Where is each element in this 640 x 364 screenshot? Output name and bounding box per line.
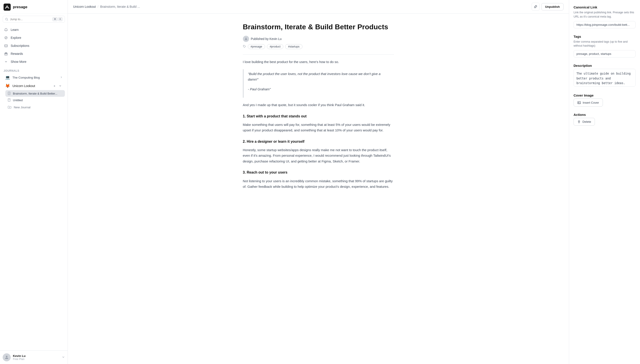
sidebar-item-subscriptions[interactable]: Subscriptions xyxy=(2,42,66,50)
sidebar-item-explore[interactable]: Explore xyxy=(2,34,66,42)
svg-point-10 xyxy=(244,46,244,46)
show-more-label: Show More xyxy=(11,60,27,64)
tags-input[interactable] xyxy=(574,50,635,58)
section1-body: Make something that users will pay for, … xyxy=(243,122,394,133)
sidebar-header: presage xyxy=(0,0,68,14)
author-row: Published by Kevin Lu xyxy=(243,36,394,42)
untitled-label: Untitled xyxy=(13,98,23,102)
blockquote: "Build the product the user loves, not t… xyxy=(243,69,394,98)
new-journal-item[interactable]: New Journal xyxy=(5,104,62,111)
insert-cover-button[interactable]: Insert Cover xyxy=(574,98,603,106)
link-icon xyxy=(534,5,537,8)
tag-presage[interactable]: #presage xyxy=(248,44,265,49)
tags-section: Tags Enter comma separated tags (up to f… xyxy=(574,34,635,58)
user-info: Kevin Lu Free Plan xyxy=(13,354,60,361)
section3-body: Not listening to your users is an incred… xyxy=(243,178,394,190)
tags-row: #presage #product #startups xyxy=(243,44,394,49)
actions-title: Actions xyxy=(574,113,635,116)
unicorn-add-icon[interactable]: + xyxy=(52,84,57,88)
user-plan: Free Plan xyxy=(13,358,60,361)
image-icon xyxy=(577,101,581,104)
sub-item-untitled[interactable]: Untitled xyxy=(5,97,65,104)
expand-icon xyxy=(62,356,65,359)
breadcrumb-journal-link[interactable]: Unicorn Lookout xyxy=(73,5,96,8)
after-quote: And yes I made up that quote, but it sou… xyxy=(243,102,394,108)
folder-plus-icon xyxy=(8,105,12,109)
breadcrumb-separator: / xyxy=(98,5,98,8)
svg-rect-11 xyxy=(578,102,581,104)
section2-title: 2. Hire a designer or learn it yourself xyxy=(243,138,394,144)
bell-icon xyxy=(4,28,8,32)
article-content: Brainstorm, Iterate & Build Better Produ… xyxy=(230,14,407,202)
tag-startups[interactable]: #startups xyxy=(285,44,302,49)
section3-title: 3. Reach out to your users xyxy=(243,169,394,175)
unicorn-name: Unicorn Lookout xyxy=(13,84,50,88)
trash-icon xyxy=(577,120,581,124)
inbox-icon xyxy=(4,44,8,48)
journals-section: Journals 💻 The Computing Blog 🦊 Unicorn … xyxy=(0,66,68,112)
actions-section: Actions Delete xyxy=(574,113,635,126)
svg-point-2 xyxy=(5,36,7,39)
article-title: Brainstorm, Iterate & Build Better Produ… xyxy=(243,22,394,31)
journal-computing[interactable]: 💻 The Computing Blog xyxy=(3,73,65,82)
cmd-key: ⌘ xyxy=(53,17,58,21)
delete-button[interactable]: Delete xyxy=(574,118,595,126)
content-scroll: Brainstorm, Iterate & Build Better Produ… xyxy=(68,14,569,364)
description-section: Description The ultimate guide on buildi… xyxy=(574,64,635,87)
cover-image-section: Cover Image Insert Cover xyxy=(574,94,635,106)
link-icon-button[interactable] xyxy=(532,3,540,11)
sidebar-item-show-more[interactable]: Show More xyxy=(2,58,66,66)
article-meta: Published by Kevin Lu #presage #product … xyxy=(243,36,394,49)
search-icon xyxy=(5,18,8,21)
top-bar-actions: Unpublish xyxy=(532,3,564,11)
description-title: Description xyxy=(574,64,635,68)
sidebar-item-rewards[interactable]: Rewards xyxy=(2,50,66,58)
unpublish-button[interactable]: Unpublish xyxy=(541,3,564,10)
rewards-label: Rewards xyxy=(11,52,23,56)
gift-icon xyxy=(4,52,8,56)
unicorn-emoji: 🦊 xyxy=(5,84,10,88)
document2-icon xyxy=(8,98,11,102)
nav-section: Learn Explore Subscriptions xyxy=(0,25,68,66)
subscriptions-label: Subscriptions xyxy=(11,44,29,48)
svg-rect-0 xyxy=(4,4,11,11)
new-journal-label: New Journal xyxy=(14,106,31,109)
sub-item-brainstorm[interactable]: Brainstorm, Iterate & Build Better... xyxy=(5,90,65,97)
computing-name: The Computing Blog xyxy=(13,76,58,79)
canonical-link-title: Canonical Link xyxy=(574,5,635,9)
computing-emoji: 💻 xyxy=(5,75,10,80)
author-avatar xyxy=(243,36,249,42)
explore-label: Explore xyxy=(11,36,21,40)
learn-label: Learn xyxy=(11,28,19,32)
document-icon xyxy=(8,92,11,95)
search-input[interactable] xyxy=(10,18,51,21)
journal-unicorn[interactable]: 🦊 Unicorn Lookout + xyxy=(3,82,65,90)
presage-logo-icon xyxy=(4,4,11,11)
article-intro: I love building the best product for the… xyxy=(243,59,394,65)
svg-point-12 xyxy=(578,102,579,102)
quote-attribution: - Paul Graham" xyxy=(248,86,389,92)
brainstorm-label: Brainstorm, Iterate & Build Better... xyxy=(13,92,57,95)
sidebar: presage ⌘ K Learn xyxy=(0,0,68,364)
computing-chevron-icon xyxy=(60,76,63,79)
unicorn-chevron-icon[interactable] xyxy=(58,84,63,88)
tags-section-title: Tags xyxy=(574,34,635,38)
delete-label: Delete xyxy=(582,120,591,124)
canonical-link-input[interactable] xyxy=(574,21,635,28)
svg-point-9 xyxy=(245,38,247,39)
tag-product[interactable]: #product xyxy=(267,44,284,49)
article-body: I love building the best product for the… xyxy=(243,59,394,190)
tags-section-desc: Enter comma separated tags (up to five a… xyxy=(574,40,635,48)
insert-cover-label: Insert Cover xyxy=(583,101,599,104)
tag-icon xyxy=(243,45,246,48)
sidebar-item-learn[interactable]: Learn xyxy=(2,26,66,34)
section1-title: 1. Start with a product that stands out xyxy=(243,113,394,119)
canonical-link-section: Canonical Link Link the original publish… xyxy=(574,5,635,28)
right-panel: Canonical Link Link the original publish… xyxy=(569,0,640,364)
search-bar[interactable]: ⌘ K xyxy=(3,16,65,23)
journal-unicorn-container: 🦊 Unicorn Lookout + xyxy=(3,82,65,104)
breadcrumb-article: Brainstorm, Iterate & Build ... xyxy=(100,5,140,8)
description-textarea[interactable]: The ultimate guide on building better pr… xyxy=(574,69,635,86)
app-name: presage xyxy=(13,5,27,9)
user-profile[interactable]: Kevin Lu Free Plan xyxy=(0,350,68,364)
